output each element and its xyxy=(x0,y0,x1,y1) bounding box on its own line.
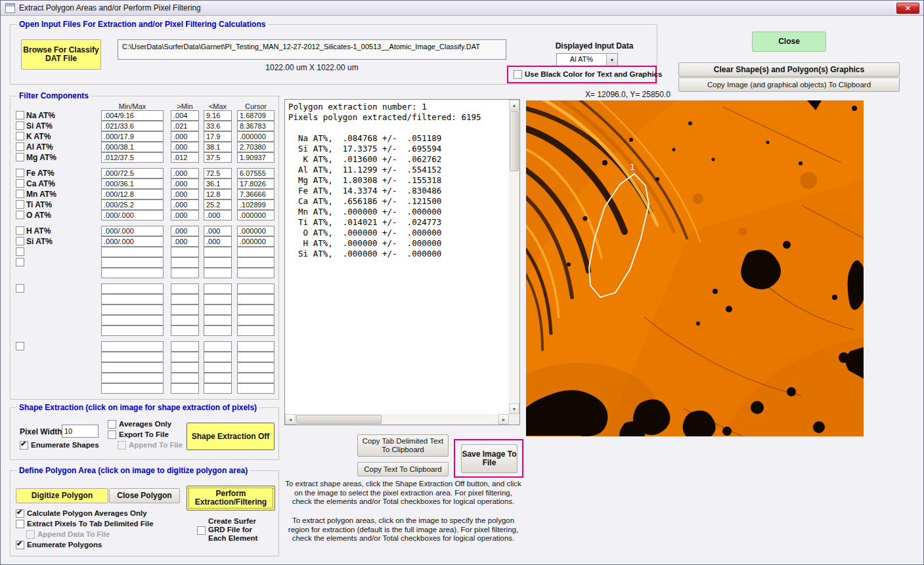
filter-max-input[interactable]: 25.2 xyxy=(204,199,232,210)
filter-element-checkbox[interactable] xyxy=(16,258,24,266)
use-black-checkbox[interactable] xyxy=(514,70,522,79)
filter-min-input[interactable]: .000 xyxy=(171,199,199,210)
filter-element-checkbox[interactable] xyxy=(16,169,24,177)
filter-min-input[interactable] xyxy=(171,362,199,373)
filter-min-input[interactable]: .000 xyxy=(171,131,199,142)
filter-max-input[interactable] xyxy=(204,257,232,268)
filter-max-input[interactable] xyxy=(204,362,232,373)
filter-min-input[interactable] xyxy=(171,283,199,294)
clear-graphics-button[interactable]: Clear Shape(s) and Polygon(s) Graphics xyxy=(678,62,900,77)
filter-min-input[interactable]: .000 xyxy=(171,236,199,247)
horizontal-scroll-thumb[interactable] xyxy=(296,415,382,424)
filter-element-checkbox[interactable] xyxy=(16,226,24,235)
filter-min-input[interactable] xyxy=(171,325,199,336)
filter-min-input[interactable]: .012 xyxy=(171,152,199,163)
filter-min-input[interactable]: .000 xyxy=(171,210,199,220)
scroll-right-icon[interactable] xyxy=(498,414,509,425)
vertical-scroll-thumb[interactable] xyxy=(510,111,519,171)
filter-max-input[interactable]: .000 xyxy=(204,236,232,247)
filter-min-input[interactable] xyxy=(171,315,199,325)
filter-min-input[interactable] xyxy=(171,294,199,304)
scroll-down-icon[interactable] xyxy=(509,404,519,414)
filter-max-input[interactable] xyxy=(204,304,232,315)
filter-min-input[interactable]: .000 xyxy=(171,226,199,236)
shape-extraction-toggle-button[interactable]: Shape Extraction Off xyxy=(187,423,275,450)
filter-min-input[interactable] xyxy=(171,247,199,257)
filter-max-input[interactable]: 9.16 xyxy=(204,110,232,121)
filter-element-checkbox[interactable] xyxy=(16,237,24,245)
perform-extraction-button[interactable]: Perform Extraction/Filtering xyxy=(187,486,275,511)
filter-element-checkbox[interactable] xyxy=(16,179,24,188)
create-grd-checkbox[interactable] xyxy=(197,526,206,535)
filter-min-input[interactable] xyxy=(171,257,199,268)
filter-min-input[interactable]: .000 xyxy=(171,178,199,189)
filter-max-input[interactable]: 36.1 xyxy=(204,178,232,189)
open-input-group-title: Open Input Files For Extraction and/or P… xyxy=(16,20,268,29)
filter-min-input[interactable] xyxy=(171,341,199,352)
dropdown-arrow-icon[interactable] xyxy=(606,54,617,66)
filter-element-checkbox[interactable] xyxy=(16,142,24,151)
filter-max-input[interactable] xyxy=(204,268,232,278)
export-to-file-checkbox[interactable] xyxy=(108,430,116,439)
horizontal-scrollbar[interactable] xyxy=(285,414,509,425)
filter-element-checkbox[interactable] xyxy=(16,111,24,119)
filter-min-input[interactable]: .004 xyxy=(171,110,199,121)
filter-max-input[interactable]: 12.8 xyxy=(204,189,232,199)
filter-min-input[interactable] xyxy=(171,352,199,362)
filter-element-checkbox[interactable] xyxy=(16,121,24,130)
filter-min-input[interactable] xyxy=(171,383,199,394)
scroll-up-icon[interactable] xyxy=(509,100,519,110)
scroll-left-icon[interactable] xyxy=(285,414,296,425)
filter-max-input[interactable]: 72.5 xyxy=(204,168,232,178)
filter-max-input[interactable] xyxy=(204,325,232,336)
filter-min-input[interactable] xyxy=(171,304,199,315)
filter-element-checkbox[interactable] xyxy=(16,247,24,256)
filter-element-label: Na AT% xyxy=(26,111,55,120)
window-close-button[interactable]: ✕ xyxy=(896,3,919,14)
close-polygon-button[interactable]: Close Polygon xyxy=(109,488,180,503)
enumerate-shapes-checkbox[interactable] xyxy=(20,441,28,450)
extract-pixels-checkbox[interactable] xyxy=(16,520,24,528)
filter-element-checkbox[interactable] xyxy=(16,342,24,350)
filter-min-input[interactable] xyxy=(171,373,199,383)
calc-averages-checkbox[interactable] xyxy=(16,509,24,518)
filter-max-input[interactable] xyxy=(204,352,232,362)
filter-min-input[interactable]: .000 xyxy=(171,189,199,199)
filter-element-checkbox[interactable] xyxy=(16,132,24,140)
vertical-scrollbar[interactable] xyxy=(509,100,519,414)
filter-max-input[interactable] xyxy=(204,373,232,383)
filter-max-input[interactable] xyxy=(204,283,232,294)
digitize-polygon-button[interactable]: Digitize Polygon xyxy=(16,488,108,503)
filter-max-input[interactable]: 37.5 xyxy=(204,152,232,163)
filter-max-input[interactable]: .000 xyxy=(204,210,232,220)
copy-tab-delimited-button[interactable]: Copy Tab Delimited Text To Clipboard xyxy=(357,434,449,457)
pixel-width-input[interactable] xyxy=(62,425,99,438)
enumerate-polygons-checkbox[interactable] xyxy=(16,541,24,549)
filter-max-input[interactable] xyxy=(204,247,232,257)
copy-text-button[interactable]: Copy Text To Clipboard xyxy=(357,462,449,476)
mineral-map-image[interactable]: 1 xyxy=(526,100,864,436)
filter-max-input[interactable]: .000 xyxy=(204,226,232,236)
filter-element-checkbox[interactable] xyxy=(16,153,24,161)
filter-element-checkbox[interactable] xyxy=(16,284,24,293)
filter-max-input[interactable]: 33.6 xyxy=(204,121,232,131)
browse-classify-dat-button[interactable]: Browse For Classify DAT File xyxy=(21,39,101,70)
filter-max-input[interactable] xyxy=(204,341,232,352)
filter-element-checkbox[interactable] xyxy=(16,200,24,209)
filter-min-input[interactable]: .000 xyxy=(171,168,199,178)
filter-max-input[interactable]: 17.9 xyxy=(204,131,232,142)
filter-min-input[interactable]: .000 xyxy=(171,142,199,152)
filter-element-checkbox[interactable] xyxy=(16,211,24,219)
filter-max-input[interactable]: 38.1 xyxy=(204,142,232,152)
close-button[interactable]: Close xyxy=(752,31,826,52)
averages-only-checkbox[interactable] xyxy=(108,420,116,429)
filter-max-input[interactable] xyxy=(204,315,232,325)
filter-element-checkbox[interactable] xyxy=(16,190,24,198)
filter-max-input[interactable] xyxy=(204,294,232,304)
displayed-input-dropdown[interactable]: Al AT% xyxy=(556,53,618,67)
filter-min-input[interactable]: .021 xyxy=(171,121,199,131)
filter-min-input[interactable] xyxy=(171,268,199,278)
filter-max-input[interactable] xyxy=(204,383,232,394)
save-image-button[interactable]: Save Image To File xyxy=(461,444,517,473)
filter-minmax-value xyxy=(101,283,164,294)
